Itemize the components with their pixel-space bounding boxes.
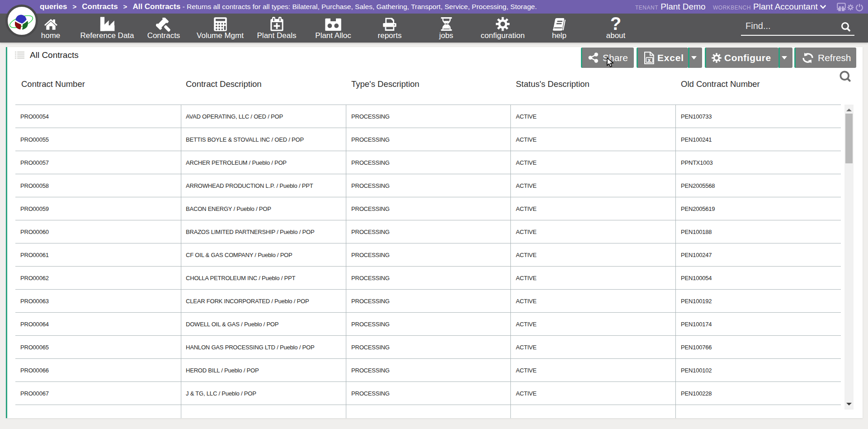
svg-text:x: x (648, 57, 651, 63)
